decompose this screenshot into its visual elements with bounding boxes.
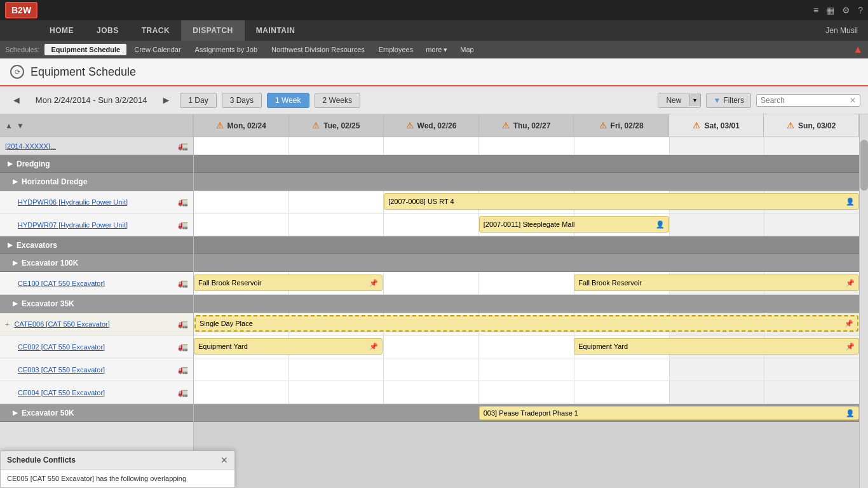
cell[interactable] xyxy=(479,272,574,294)
search-clear-button[interactable]: ✕ xyxy=(850,96,856,105)
cell[interactable] xyxy=(764,137,859,154)
assignment-fall-brook-2[interactable]: Fall Brook Reservoir 📌 xyxy=(574,274,859,291)
prev-week-button[interactable]: ◄ xyxy=(8,93,25,107)
equipment-ce100-link[interactable]: CE100 [CAT 550 Excavator] xyxy=(18,280,174,287)
tab-more[interactable]: more ▾ xyxy=(421,44,452,56)
equipment-hydpwr07-link[interactable]: HYDPWR07 [Hydraulic Power Unit] xyxy=(18,221,174,229)
cell[interactable] xyxy=(670,137,765,154)
group-excavator-35k[interactable]: ▶ Excavator 35K xyxy=(0,295,193,313)
cell-mon[interactable] xyxy=(194,191,289,213)
assignment-pease[interactable]: 003] Pease Tradeport Phase 1 👤 xyxy=(479,406,859,420)
nav-maintain[interactable]: MAINTAIN xyxy=(245,20,307,41)
nav-jobs[interactable]: JOBS xyxy=(85,20,130,41)
tab-assignments-by-job[interactable]: Assignments by Job xyxy=(189,44,264,55)
cell[interactable] xyxy=(764,214,859,236)
tab-crew-calendar[interactable]: Crew Calendar xyxy=(128,44,187,55)
cell[interactable] xyxy=(194,137,289,154)
next-week-button[interactable]: ► xyxy=(157,93,175,107)
new-dropdown-arrow[interactable]: ▾ xyxy=(689,94,700,106)
cell[interactable] xyxy=(384,272,479,294)
nav-track[interactable]: TRACK xyxy=(130,20,182,41)
cell[interactable] xyxy=(479,381,574,403)
cell[interactable] xyxy=(479,358,574,381)
group-excavator-50k[interactable]: ▶ Excavator 50K xyxy=(0,404,193,422)
scrollbar-thumb[interactable] xyxy=(860,140,868,191)
assignment-eq-yard-1[interactable]: Equipment Yard 📌 xyxy=(194,338,383,355)
assignment-fall-brook-1[interactable]: Fall Brook Reservoir 📌 xyxy=(194,274,383,291)
view-2weeks-button[interactable]: 2 Weeks xyxy=(315,93,360,108)
cell[interactable] xyxy=(194,381,289,403)
search-input[interactable] xyxy=(761,96,850,105)
expand-all-icon[interactable]: ▲ xyxy=(5,121,13,130)
nav-home[interactable]: HOME xyxy=(38,20,85,41)
assignment-single-day[interactable]: Single Day Place 📌 xyxy=(194,315,858,332)
cell[interactable] xyxy=(764,358,859,381)
equipment-ce004-link[interactable]: CE004 [CAT 550 Excavator] xyxy=(18,389,174,396)
warning-fri-icon[interactable]: ⚠ xyxy=(599,121,607,130)
cell[interactable] xyxy=(384,336,479,358)
group-excavators[interactable]: ▶ Excavators xyxy=(0,236,193,254)
assignment-eq-yard-2[interactable]: Equipment Yard 📌 xyxy=(574,338,859,355)
indent-icon2 xyxy=(5,220,11,229)
search-box: ✕ xyxy=(756,94,860,107)
equipment-ce002-link[interactable]: CE002 [CAT 550 Excavator] xyxy=(18,343,174,351)
cell[interactable] xyxy=(194,214,289,236)
grid-scroll[interactable]: [2007-0008] US RT 4 👤 [2007-0011] Ste xyxy=(194,137,859,488)
day-header-sat: ⚠ Sat, 03/01 xyxy=(669,114,764,137)
cell[interactable] xyxy=(289,358,384,381)
collapse-arrow-icon[interactable]: ▲ xyxy=(853,44,863,55)
cell[interactable] xyxy=(194,358,289,381)
cell[interactable] xyxy=(384,381,479,403)
cell-tue[interactable] xyxy=(289,191,384,213)
cell[interactable] xyxy=(479,336,574,358)
assignment-us-rt4[interactable]: [2007-0008] US RT 4 👤 xyxy=(384,193,859,210)
cell[interactable] xyxy=(384,358,479,381)
gear-icon[interactable]: ⚙ xyxy=(842,5,850,15)
plus-icon: + xyxy=(5,320,9,328)
view-1day-button[interactable]: 1 Day xyxy=(180,93,216,108)
assignment-steeplegate[interactable]: [2007-0011] Steeplegate Mall 👤 xyxy=(479,216,669,233)
cell[interactable] xyxy=(574,381,670,403)
partial-equipment-name[interactable]: [2014-XXXXX]... xyxy=(5,142,174,150)
new-button[interactable]: New xyxy=(658,93,689,107)
warning-tue-icon[interactable]: ⚠ xyxy=(312,121,320,130)
cell[interactable] xyxy=(384,214,479,236)
conflict-close-button[interactable]: ✕ xyxy=(220,455,228,465)
cell[interactable] xyxy=(289,381,384,403)
equipment-ce003-link[interactable]: CE003 [CAT 550 Excavator] xyxy=(18,366,174,374)
day-header-tue: ⚠ Tue, 02/25 xyxy=(289,114,384,137)
equipment-hydpwr06-link[interactable]: HYDPWR06 [Hydraulic Power Unit] xyxy=(18,198,174,206)
view-3days-button[interactable]: 3 Days xyxy=(222,93,262,108)
equipment-cate006-link[interactable]: CATE006 [CAT 550 Excavator] xyxy=(14,320,174,328)
cell[interactable] xyxy=(670,358,765,381)
filters-button[interactable]: ▼ Filters xyxy=(706,93,751,108)
tab-map[interactable]: Map xyxy=(454,44,480,55)
cell[interactable] xyxy=(289,214,384,236)
tab-northwest-division[interactable]: Northwest Division Resources xyxy=(265,44,371,55)
cell[interactable] xyxy=(670,214,765,236)
cell[interactable] xyxy=(574,358,670,381)
warning-mon-icon[interactable]: ⚠ xyxy=(216,121,224,130)
scrollbar[interactable] xyxy=(859,114,868,488)
view-1week-button[interactable]: 1 Week xyxy=(267,93,309,108)
group-dredging[interactable]: ▶ Dredging xyxy=(0,155,193,173)
group-horizontal-dredge[interactable]: ▶ Horizontal Dredge xyxy=(0,173,193,191)
warning-sat-icon[interactable]: ⚠ xyxy=(693,121,700,130)
cell[interactable] xyxy=(574,137,670,154)
warning-wed-icon[interactable]: ⚠ xyxy=(406,121,414,130)
tab-equipment-schedule[interactable]: Equipment Schedule xyxy=(44,44,126,55)
bars-icon[interactable]: ≡ xyxy=(813,5,818,15)
warning-thu-icon[interactable]: ⚠ xyxy=(502,121,510,130)
group-excavator-100k[interactable]: ▶ Excavator 100K xyxy=(0,254,193,272)
nav-dispatch[interactable]: DISPATCH xyxy=(181,20,245,41)
warning-sun-icon[interactable]: ⚠ xyxy=(787,121,794,130)
cell[interactable] xyxy=(384,137,479,154)
cell[interactable] xyxy=(764,381,859,403)
chart-icon[interactable]: ▦ xyxy=(826,5,834,15)
cell[interactable] xyxy=(479,137,574,154)
cell[interactable] xyxy=(670,381,765,403)
tab-employees[interactable]: Employees xyxy=(372,44,419,55)
collapse-all-icon[interactable]: ▼ xyxy=(17,121,24,130)
question-icon[interactable]: ? xyxy=(858,5,863,15)
cell[interactable] xyxy=(289,137,384,154)
